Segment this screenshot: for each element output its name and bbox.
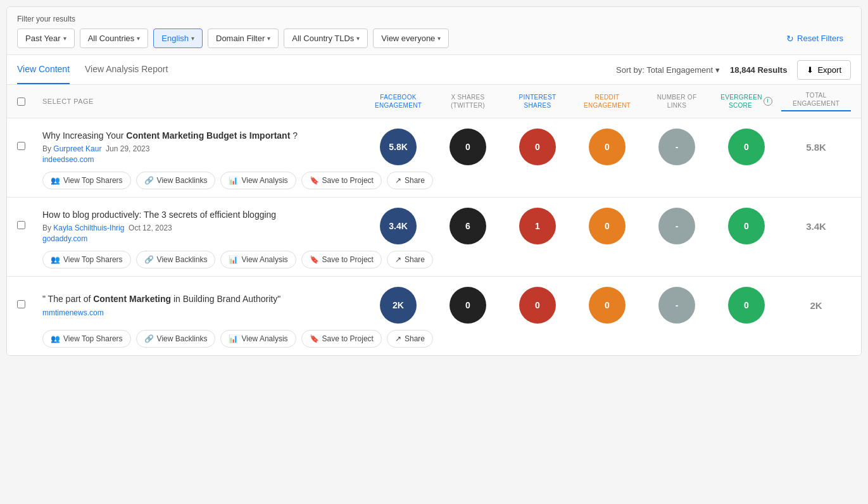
author-link-2[interactable]: Kayla Schilthuis-Ihrig (53, 224, 124, 232)
analysis-label: View Analysis (241, 334, 287, 343)
stat-xshares-1: 0 (433, 129, 503, 165)
stat-facebook-2: 3.4K (363, 208, 433, 244)
row-checkbox-3[interactable] (17, 300, 42, 310)
row-checkbox-1[interactable] (17, 142, 42, 152)
filter-tlds[interactable]: All Country TLDs ▾ (284, 28, 368, 48)
view-backlinks-button-3[interactable]: 🔗 View Backlinks (136, 330, 216, 348)
reset-filters-button[interactable]: ↻ Reset Filters (779, 29, 851, 48)
analysis-label: View Analysis (241, 255, 287, 264)
row-meta-2: By Kayla Schilthuis-Ihrig Oct 12, 2023 (42, 224, 363, 232)
stat-evergreen-3: 0 (712, 287, 781, 324)
author-link-1[interactable]: Gurpreet Kaur (53, 144, 101, 153)
row-top: " The part of Content Marketing in Build… (17, 287, 851, 324)
view-backlinks-button-1[interactable]: 🔗 View Backlinks (136, 172, 216, 189)
stat-pinterest-2: 1 (503, 208, 572, 244)
col-links: Number ofLinks (642, 93, 712, 110)
view-top-sharers-button-1[interactable]: 👥 View Top Sharers (42, 172, 131, 189)
filter-language[interactable]: English ▾ (153, 28, 203, 48)
stat-links-2: - (642, 208, 712, 244)
save-icon: 🔖 (310, 334, 319, 343)
filter-row: Past Year ▾ All Countries ▾ English ▾ Do… (17, 28, 851, 48)
filter-countries-label: All Countries (88, 34, 135, 43)
row-domain-2: godaddy.com (42, 234, 363, 243)
save-to-project-button-3[interactable]: 🔖 Save to Project (301, 330, 382, 348)
save-label: Save to Project (322, 176, 374, 185)
filter-view-label: View everyone (381, 34, 435, 43)
save-icon: 🔖 (310, 255, 319, 264)
backlinks-label: View Backlinks (157, 334, 208, 343)
backlinks-icon: 🔗 (144, 334, 154, 343)
chevron-down-icon: ▾ (715, 65, 720, 75)
view-analysis-button-3[interactable]: 📊 View Analysis (220, 330, 296, 348)
share-button-1[interactable]: ↗ Share (387, 172, 433, 189)
backlinks-icon: 🔗 (144, 176, 154, 185)
col-facebook: FacebookEngagement (363, 93, 433, 110)
stat-facebook-1: 5.8K (363, 129, 433, 165)
stat-reddit-1: 0 (572, 129, 642, 165)
row-checkbox-2[interactable] (17, 221, 42, 231)
view-top-sharers-button-2[interactable]: 👥 View Top Sharers (42, 251, 131, 268)
sharers-icon: 👥 (51, 334, 60, 343)
share-label: Share (405, 176, 425, 185)
row-stats-3: 2K 0 0 0 - 0 2K (363, 287, 851, 324)
stat-xshares-3: 0 (433, 287, 503, 324)
tabs-bar: View Content View Analysis Report Sort b… (7, 55, 861, 85)
stat-total-2: 3.4K (781, 221, 851, 232)
stat-evergreen-2: 0 (712, 208, 781, 244)
sharers-label: View Top Sharers (63, 255, 123, 264)
info-icon[interactable]: i (764, 97, 772, 106)
filter-time-label: Past Year (25, 34, 61, 43)
select-all-checkbox[interactable] (17, 98, 25, 106)
chevron-icon: ▾ (437, 35, 441, 42)
save-to-project-button-2[interactable]: 🔖 Save to Project (301, 251, 382, 268)
row-content-3: " The part of Content Marketing in Build… (42, 293, 363, 317)
row-content-2: How to blog productively: The 3 secrets … (42, 209, 363, 244)
view-backlinks-button-2[interactable]: 🔗 View Backlinks (136, 251, 216, 268)
col-reddit: RedditEngagement (572, 93, 642, 110)
save-to-project-button-1[interactable]: 🔖 Save to Project (301, 172, 382, 189)
refresh-icon: ↻ (786, 34, 794, 44)
row-stats-1: 5.8K 0 0 0 - 0 5.8K (363, 129, 851, 165)
select-page-label: Select Page (42, 98, 94, 105)
filter-domain[interactable]: Domain Filter ▾ (208, 28, 279, 48)
stat-total-1: 5.8K (781, 142, 851, 153)
save-icon: 🔖 (310, 176, 319, 185)
share-button-2[interactable]: ↗ Share (387, 251, 433, 268)
filter-view[interactable]: View everyone ▾ (373, 28, 449, 48)
chevron-icon: ▾ (356, 35, 360, 42)
stat-links-1: - (642, 129, 712, 165)
filter-label: Filter your results (17, 15, 851, 23)
sharers-icon: 👥 (51, 255, 60, 264)
share-button-3[interactable]: ↗ Share (387, 330, 433, 348)
tab-view-content[interactable]: View Content (17, 55, 70, 84)
main-container: Filter your results Past Year ▾ All Coun… (6, 6, 862, 356)
filter-language-label: English (161, 34, 189, 43)
sharers-label: View Top Sharers (63, 176, 123, 185)
backlinks-label: View Backlinks (157, 255, 208, 264)
row-title-2: How to blog productively: The 3 secrets … (42, 209, 363, 222)
filter-time[interactable]: Past Year ▾ (17, 28, 75, 48)
filter-bar: Filter your results Past Year ▾ All Coun… (7, 7, 861, 55)
row-domain-1: indeedseo.com (42, 155, 363, 164)
view-analysis-button-2[interactable]: 📊 View Analysis (220, 251, 296, 268)
table-row: Why Increasing Your Content Marketing Bu… (7, 118, 861, 198)
export-button[interactable]: ⬇ Export (797, 60, 851, 80)
col-pinterest: PinterestShares (503, 93, 572, 110)
filter-domain-label: Domain Filter (216, 34, 265, 43)
stat-links-3: - (642, 287, 712, 324)
filter-countries[interactable]: All Countries ▾ (80, 28, 149, 48)
analysis-icon: 📊 (229, 255, 238, 264)
backlinks-label: View Backlinks (157, 176, 208, 185)
row-top: Why Increasing Your Content Marketing Bu… (17, 129, 851, 165)
sort-button[interactable]: Sort by: Total Engagement ▾ (616, 65, 720, 75)
save-label: Save to Project (322, 334, 374, 343)
filter-tlds-label: All Country TLDs (292, 34, 354, 43)
sort-label: Sort by: Total Engagement (616, 65, 713, 75)
view-top-sharers-button-3[interactable]: 👥 View Top Sharers (42, 330, 131, 348)
export-label: Export (817, 65, 841, 75)
sharers-icon: 👥 (51, 176, 60, 185)
action-row-2: 👥 View Top Sharers 🔗 View Backlinks 📊 Vi… (17, 244, 851, 276)
tab-view-analysis[interactable]: View Analysis Report (85, 55, 168, 84)
stat-facebook-3: 2K (363, 287, 433, 324)
view-analysis-button-1[interactable]: 📊 View Analysis (220, 172, 296, 189)
